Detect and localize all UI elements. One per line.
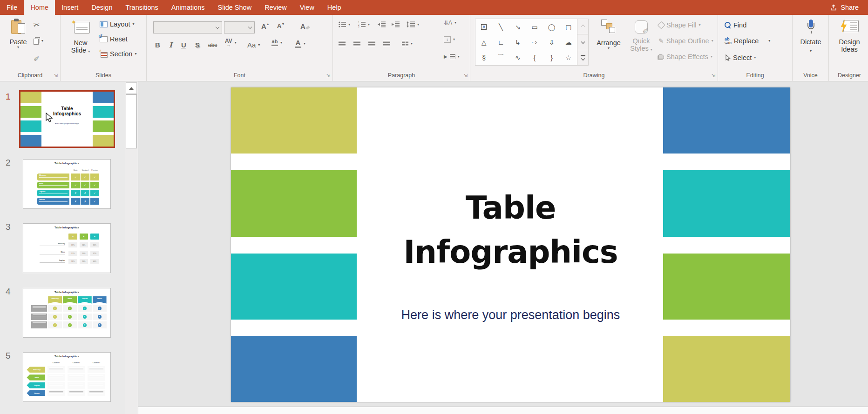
slide-number-5: 5: [6, 351, 11, 361]
bullets-button[interactable]: ▾: [339, 21, 350, 27]
shape-arrow-line[interactable]: ↘: [509, 19, 526, 34]
shape-line[interactable]: ╲: [492, 19, 509, 34]
paragraph-dialog-launcher[interactable]: ⇲: [464, 73, 468, 78]
scrollbar-thumb[interactable]: [126, 94, 137, 148]
tab-help[interactable]: Help: [321, 0, 348, 15]
slide-shape-right-blue[interactable]: [663, 87, 790, 154]
shape-freeform[interactable]: ☁: [560, 34, 577, 50]
chevron-down-icon: [581, 57, 584, 60]
new-slide-button[interactable]: ✶ New Slide ▾: [66, 20, 95, 54]
shape-arc[interactable]: ⌒: [492, 50, 509, 65]
tab-transitions[interactable]: Transitions: [119, 0, 164, 15]
slide-title[interactable]: Table Infographics: [231, 186, 790, 274]
shape-gallery-down-button[interactable]: [577, 34, 588, 50]
quick-styles-button[interactable]: Quick Styles ▾: [628, 20, 655, 52]
format-painter-button[interactable]: ✐: [34, 55, 40, 63]
tab-file[interactable]: File: [0, 0, 24, 15]
shape-rounded-rectangle[interactable]: ▢: [560, 19, 577, 34]
grow-font-button[interactable]: A▲: [261, 22, 270, 30]
shape-scribble[interactable]: §: [475, 50, 492, 65]
replace-button[interactable]: ab⤷acReplace▾: [725, 37, 770, 45]
cut-button[interactable]: ✂: [34, 20, 40, 29]
layout-button[interactable]: Layout▾: [100, 20, 135, 28]
slide-shape-right-olive[interactable]: [663, 336, 790, 402]
shape-down-arrow[interactable]: ⇩: [543, 34, 560, 50]
align-text-button[interactable]: ↕▾: [444, 36, 455, 43]
thumbnail-scrollbar[interactable]: [125, 81, 138, 414]
text-direction-button[interactable]: ⇊A▾: [444, 20, 456, 26]
slide-thumbnail-5[interactable]: Table Infographics Column 1 Column 2 Col…: [23, 352, 111, 402]
numbering-button[interactable]: 123 ▾: [358, 21, 370, 27]
align-left-button[interactable]: [339, 41, 346, 47]
shape-gallery-more-button[interactable]: [577, 50, 588, 65]
shape-curve[interactable]: ∿: [509, 50, 526, 65]
copy-button[interactable]: ▾: [34, 37, 43, 45]
font-name-combo[interactable]: [153, 21, 222, 33]
tab-design[interactable]: Design: [85, 0, 119, 15]
dictate-button[interactable]: Dictate ▾: [793, 20, 829, 53]
font-dialog-launcher[interactable]: ⇲: [326, 73, 330, 78]
text-shadow-button[interactable]: S: [195, 41, 200, 49]
slide-thumbnail-3[interactable]: Table Infographics ✶ ✶ ✶ Mercury 15% 32%…: [23, 223, 111, 273]
bold-button[interactable]: B: [155, 41, 160, 49]
shape-outline-button[interactable]: ✎Shape Outline▾: [658, 37, 713, 45]
shape-star[interactable]: ☆: [560, 50, 577, 65]
shape-left-brace[interactable]: {: [526, 50, 543, 65]
justify-button[interactable]: [383, 41, 390, 47]
shape-elbow-connector[interactable]: ∟: [492, 34, 509, 50]
shape-oval[interactable]: ◯: [543, 19, 560, 34]
find-button[interactable]: Find: [725, 21, 746, 29]
font-color-button[interactable]: A▾: [295, 39, 305, 48]
design-ideas-button[interactable]: Design Ideas: [829, 20, 868, 53]
slide-thumbnail-1[interactable]: TableInfographics Here is where your pre…: [19, 90, 115, 148]
drawing-dialog-launcher[interactable]: ⇲: [712, 73, 715, 78]
ribbon-group-clipboard: Paste ▾ ✂ ▾ ✐ Clipboard ⇲: [0, 15, 61, 81]
clipboard-dialog-launcher[interactable]: ⇲: [54, 73, 58, 78]
slide-shape-left-blue[interactable]: [231, 336, 357, 402]
shape-effects-button[interactable]: Shape Effects▾: [658, 53, 712, 60]
strikethrough-button[interactable]: abc: [208, 42, 217, 48]
decrease-indent-button[interactable]: [378, 21, 386, 27]
align-center-button[interactable]: [353, 41, 360, 47]
shape-fill-button[interactable]: Shape Fill▾: [658, 21, 701, 29]
character-spacing-button[interactable]: AV↔▾: [225, 39, 237, 47]
highlight-button[interactable]: ab▾: [271, 39, 282, 46]
tab-view[interactable]: View: [293, 0, 321, 15]
scrollbar-up-button[interactable]: [126, 82, 137, 94]
slide-subtitle[interactable]: Here is where your presentation begins: [231, 308, 790, 322]
italic-button[interactable]: I: [169, 41, 172, 49]
increase-indent-button[interactable]: [392, 21, 400, 27]
shape-right-arrow[interactable]: ⇨: [526, 34, 543, 50]
section-button[interactable]: Section▾: [100, 50, 136, 58]
shape-elbow-arrow-connector[interactable]: ↳: [509, 34, 526, 50]
slide-shape-left-olive[interactable]: [231, 87, 357, 154]
tab-review[interactable]: Review: [258, 0, 293, 15]
line-spacing-button[interactable]: ▾: [407, 21, 419, 27]
slide-editor[interactable]: Table Infographics Here is where your pr…: [231, 87, 790, 402]
convert-smartart-button[interactable]: ▶▾: [444, 54, 460, 59]
arrange-button[interactable]: Arrange ▾: [593, 20, 624, 50]
shape-triangle[interactable]: △: [475, 34, 492, 50]
paste-button[interactable]: Paste ▾: [7, 19, 30, 49]
slide-thumbnail-4[interactable]: Table Infographics Mercury Mars Jupiter …: [23, 288, 111, 338]
align-right-button[interactable]: [368, 41, 375, 47]
select-button[interactable]: Select▾: [725, 54, 756, 61]
tab-animations[interactable]: Animations: [165, 0, 211, 15]
tab-home[interactable]: Home: [24, 0, 55, 15]
shape-rectangle[interactable]: ▭: [526, 19, 543, 34]
editor-canvas[interactable]: Table Infographics Here is where your pr…: [138, 81, 868, 414]
shape-text-box[interactable]: A: [475, 19, 492, 34]
tab-slide-show[interactable]: Slide Show: [211, 0, 258, 15]
underline-button[interactable]: U: [181, 41, 186, 49]
slide-thumbnail-2[interactable]: Table Infographics Basic Standard Premiu…: [23, 159, 111, 209]
tab-insert[interactable]: Insert: [55, 0, 85, 15]
columns-button[interactable]: ▾: [402, 41, 413, 47]
clear-formatting-button[interactable]: A: [300, 22, 310, 30]
font-size-combo[interactable]: [224, 21, 255, 33]
change-case-button[interactable]: Aa▾: [247, 41, 260, 49]
shape-right-brace[interactable]: }: [543, 50, 560, 65]
shape-gallery-up-button[interactable]: [577, 19, 588, 34]
shrink-font-button[interactable]: A▼: [277, 22, 285, 29]
share-button[interactable]: Share: [821, 0, 868, 15]
reset-button[interactable]: Reset: [100, 35, 128, 43]
